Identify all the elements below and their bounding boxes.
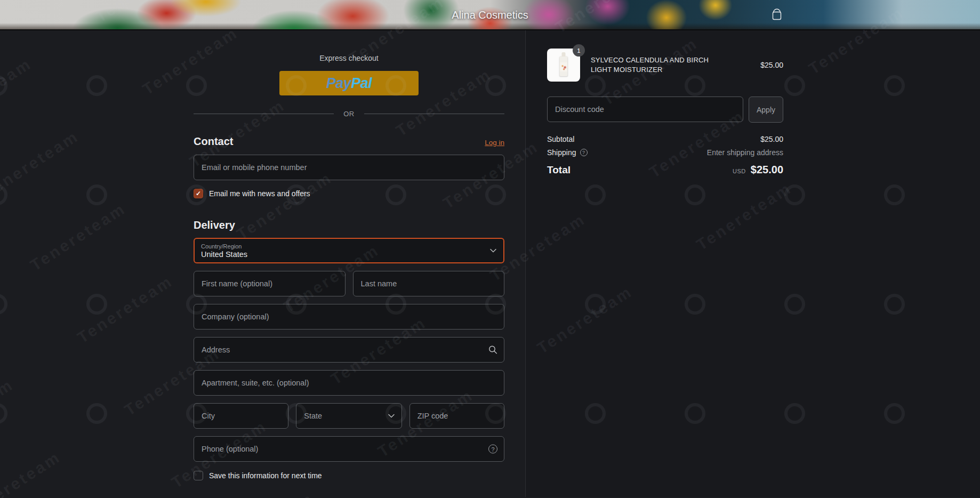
newsletter-checkbox-row[interactable]: ✓ Email me with news and offers xyxy=(194,189,504,198)
checkout-pane: Express checkout PayPal OR Contact Log i… xyxy=(0,30,526,497)
divider-line-left xyxy=(194,114,334,114)
address-field[interactable] xyxy=(194,337,504,363)
product-price: $25.00 xyxy=(760,61,783,69)
contact-heading: Contact xyxy=(194,135,233,148)
city-field[interactable] xyxy=(194,403,288,429)
express-checkout-label: Express checkout xyxy=(194,54,504,62)
currency-code: USD xyxy=(733,168,746,174)
delivery-heading: Delivery xyxy=(194,219,235,231)
country-select-label: Country/Region xyxy=(201,243,485,250)
store-banner: Alina Cosmetics xyxy=(0,0,980,30)
save-info-label: Save this information for next time xyxy=(209,471,322,480)
phone-field[interactable] xyxy=(194,436,504,462)
save-info-checkbox[interactable] xyxy=(194,471,203,480)
chevron-down-icon xyxy=(490,248,496,253)
cart-bag-icon[interactable] xyxy=(771,7,784,22)
company-field[interactable] xyxy=(194,304,504,330)
divider-line-right xyxy=(364,114,504,114)
paypal-button[interactable]: PayPal xyxy=(279,71,419,95)
subtotal-value: $25.00 xyxy=(760,135,783,143)
total-label: Total xyxy=(547,164,571,176)
product-name: SYLVECO CALENDULA AND BIRCH LIGHT MOISTU… xyxy=(591,55,725,75)
help-icon[interactable]: ? xyxy=(488,445,497,454)
apply-discount-button[interactable]: Apply xyxy=(749,97,783,123)
newsletter-label: Email me with news and offers xyxy=(209,189,310,198)
chevron-down-icon xyxy=(388,414,395,418)
apartment-field[interactable] xyxy=(194,370,504,396)
order-summary-pane: 1 SYLVECO CALENDULA AND BIRCH LIGHT MOIS… xyxy=(526,30,980,497)
zip-code-field[interactable] xyxy=(409,403,504,429)
newsletter-checkbox[interactable]: ✓ xyxy=(194,189,203,198)
shipping-help-icon[interactable]: ? xyxy=(580,149,588,156)
or-text: OR xyxy=(343,110,355,118)
checkmark-icon: ✓ xyxy=(196,190,201,197)
state-select-placeholder: State xyxy=(304,412,322,420)
paypal-logo: Pay xyxy=(326,75,351,92)
product-bottle-image xyxy=(560,56,568,76)
country-select-value: United States xyxy=(201,250,485,259)
first-name-field[interactable] xyxy=(194,271,346,296)
or-divider: OR xyxy=(194,110,504,118)
store-title: Alina Cosmetics xyxy=(452,9,528,21)
quantity-badge: 1 xyxy=(573,44,585,57)
product-line-item: 1 SYLVECO CALENDULA AND BIRCH LIGHT MOIS… xyxy=(547,49,783,82)
total-value: $25.00 xyxy=(751,164,783,176)
shipping-label: Shipping xyxy=(547,148,576,157)
discount-code-input[interactable] xyxy=(547,97,743,122)
save-info-checkbox-row[interactable]: Save this information for next time xyxy=(194,471,504,480)
search-icon xyxy=(488,346,497,355)
last-name-field[interactable] xyxy=(353,271,505,296)
shipping-value: Enter shipping address xyxy=(707,148,783,157)
email-field[interactable] xyxy=(194,155,504,180)
paypal-logo-pal: Pal xyxy=(351,75,372,92)
subtotal-label: Subtotal xyxy=(547,135,574,143)
country-select[interactable]: Country/Region United States xyxy=(194,238,504,263)
state-select[interactable]: State xyxy=(296,403,401,429)
login-link[interactable]: Log in xyxy=(485,139,504,147)
